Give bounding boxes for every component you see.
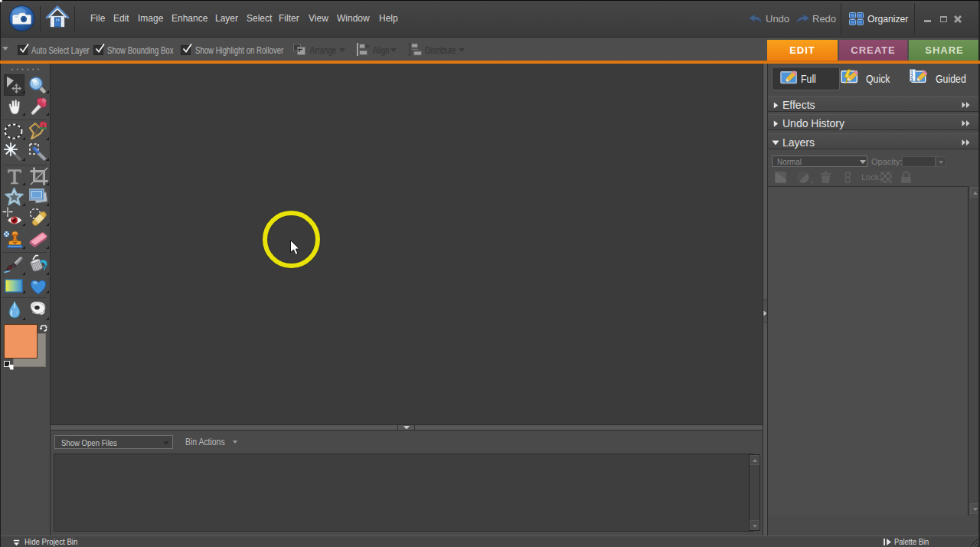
svg-text:3: 3 — [911, 78, 913, 83]
